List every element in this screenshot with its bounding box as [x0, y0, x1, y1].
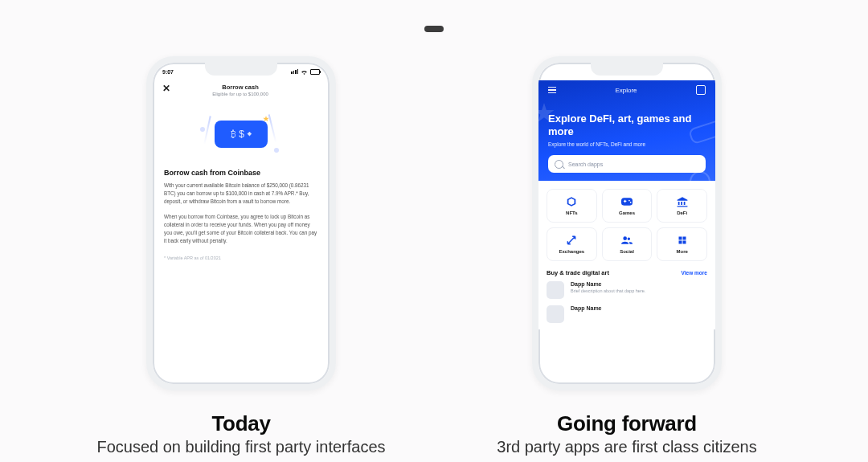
status-time: 9:07	[548, 69, 559, 75]
caption-sub-forward: 3rd party apps are first class citizens	[497, 438, 756, 456]
category-social[interactable]: Social	[602, 227, 653, 261]
column-today: 9:07 ✕ Borrow cash Eligible for up to $1…	[80, 56, 402, 456]
explore-header: Explore Explore DeFi, art, games and mor…	[538, 80, 715, 181]
category-more[interactable]: More	[657, 227, 707, 261]
category-nfts[interactable]: NFTs	[547, 189, 597, 223]
caption-title-forward: Going forward	[497, 411, 756, 436]
search-placeholder: Search dapps	[568, 161, 603, 167]
category-label: Games	[619, 211, 635, 215]
column-forward: 9:07 Explore	[466, 56, 788, 456]
people-icon	[621, 235, 633, 246]
category-grid: NFTs Games DeFi	[538, 181, 715, 264]
signal-icon	[291, 69, 298, 74]
exchange-icon	[566, 235, 577, 246]
nav-title: Borrow cash	[161, 84, 320, 91]
search-icon	[555, 160, 563, 169]
explore-title: Explore DeFi, art, games and more	[548, 112, 693, 137]
category-games[interactable]: Games	[602, 189, 653, 223]
category-label: Social	[620, 249, 634, 254]
status-icons	[291, 69, 320, 75]
nav-label: Explore	[615, 87, 637, 94]
nav-bar: ✕ Borrow cash Eligible for up to $100,00…	[153, 80, 330, 98]
explore-subtitle: Explore the world of NFTs, DeFi and more	[548, 141, 706, 147]
borrow-illustration: ₿ $ ◆	[189, 111, 293, 157]
battery-icon	[696, 69, 706, 75]
gift-icon[interactable]	[696, 85, 706, 95]
signal-icon	[677, 69, 684, 74]
paragraph-1: With your current available Bitcoin bala…	[164, 182, 318, 205]
status-icons	[677, 69, 706, 75]
content-body: With your current available Bitcoin bala…	[153, 177, 330, 252]
status-time: 9:07	[162, 69, 174, 75]
phone-today: 9:07 ✕ Borrow cash Eligible for up to $1…	[146, 56, 336, 390]
dapp-title: Dapp Name	[571, 281, 645, 287]
dapp-subtitle: Brief description about that dapp here.	[571, 288, 645, 293]
category-label: DeFi	[677, 211, 687, 215]
dapp-list: Dapp Name Brief description about that d…	[538, 276, 715, 329]
battery-icon	[310, 69, 320, 75]
footnote: * Variable APR as of 01/2021	[153, 252, 330, 260]
dapp-title: Dapp Name	[571, 305, 602, 311]
status-bar: 9:07	[538, 66, 715, 77]
menu-icon[interactable]	[548, 87, 556, 94]
section-title: Buy & trade digital art	[547, 269, 609, 276]
wifi-icon	[686, 69, 694, 75]
paragraph-2: When you borrow from Coinbase, you agree…	[164, 213, 318, 244]
dapp-thumbnail	[547, 305, 564, 323]
list-item[interactable]: Dapp Name Brief description about that d…	[547, 281, 707, 299]
wifi-icon	[301, 69, 308, 75]
category-label: More	[676, 249, 687, 254]
list-item[interactable]: Dapp Name	[547, 305, 707, 323]
nav-subtitle: Eligible for up to $100,000	[161, 92, 320, 96]
view-more-link[interactable]: View more	[682, 270, 707, 276]
content-heading: Borrow cash from Coinbase	[153, 169, 330, 177]
stray-mark	[424, 26, 444, 32]
status-bar: 9:07	[153, 66, 330, 77]
category-label: Exchanges	[559, 249, 584, 254]
caption-title-today: Today	[96, 411, 385, 436]
category-exchanges[interactable]: Exchanges	[547, 227, 597, 261]
phone-screen-today: ✕ Borrow cash Eligible for up to $100,00…	[153, 63, 330, 384]
category-label: NFTs	[566, 211, 578, 215]
dapp-thumbnail	[547, 281, 564, 299]
phone-forward: 9:07 Explore	[532, 56, 722, 390]
caption-sub-today: Focused on building first party interfac…	[96, 438, 385, 456]
bank-icon	[677, 196, 688, 207]
category-defi[interactable]: DeFi	[657, 189, 707, 223]
phone-screen-forward: Explore Explore DeFi, art, games and mor…	[538, 63, 715, 384]
nft-icon	[566, 196, 577, 207]
grid-icon	[677, 235, 688, 246]
search-input[interactable]: Search dapps	[548, 155, 706, 173]
gamepad-icon	[621, 196, 633, 207]
